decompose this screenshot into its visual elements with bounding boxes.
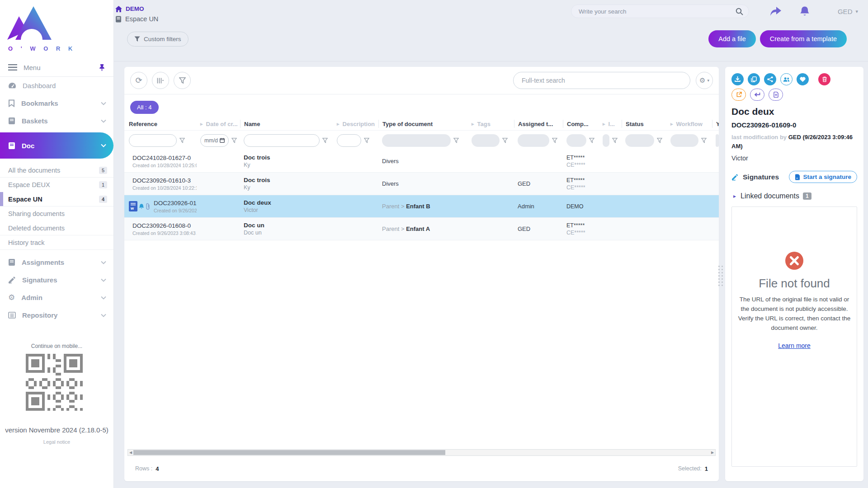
return-button[interactable] bbox=[750, 89, 764, 101]
filter-reference-input[interactable] bbox=[129, 134, 177, 147]
notifications-bell-icon[interactable] bbox=[800, 6, 810, 17]
funnel-icon[interactable] bbox=[179, 138, 185, 143]
share-button[interactable] bbox=[764, 73, 776, 85]
linked-documents-toggle[interactable]: ▸ Linked documents 1 bbox=[731, 192, 857, 200]
sidebar-item-baskets[interactable]: Baskets bbox=[0, 112, 113, 130]
sidebar-item-signatures[interactable]: Signatures bbox=[0, 271, 113, 289]
row-assigned: Admin bbox=[514, 203, 563, 210]
table-row[interactable]: DOC230926-01608-0Created on 9/26/2023 3:… bbox=[124, 218, 719, 240]
hamburger-icon[interactable] bbox=[8, 64, 17, 70]
dashboard-icon bbox=[8, 82, 16, 89]
filter-button[interactable] bbox=[174, 72, 191, 89]
create-from-template-button[interactable]: Create from a template bbox=[760, 30, 847, 47]
delete-button[interactable] bbox=[818, 73, 830, 85]
open-external-button[interactable] bbox=[731, 89, 746, 101]
sidebar-subitem-deleted-documents[interactable]: Deleted documents bbox=[0, 221, 113, 235]
start-signature-button[interactable]: Start a signature bbox=[789, 171, 857, 183]
scrollbar-thumb[interactable] bbox=[133, 450, 445, 455]
filter-name-input[interactable] bbox=[244, 134, 320, 147]
legal-notice-link[interactable]: Legal notice bbox=[0, 439, 113, 445]
funnel-icon[interactable] bbox=[589, 138, 594, 143]
funnel-icon[interactable] bbox=[231, 138, 237, 143]
filter-date-input[interactable]: mm/d bbox=[200, 134, 229, 147]
tab-all[interactable]: All : 4 bbox=[130, 101, 159, 114]
sidebar-item-bookmarks[interactable]: Bookmarks bbox=[0, 94, 113, 112]
column-header-i[interactable]: ▸I... bbox=[599, 121, 622, 127]
column-header-name[interactable]: Name bbox=[240, 120, 333, 128]
download-button[interactable] bbox=[731, 73, 744, 85]
fulltext-search-input[interactable] bbox=[513, 72, 690, 89]
chevron-down-icon bbox=[101, 102, 106, 105]
learn-more-link[interactable]: Learn more bbox=[778, 342, 811, 349]
favorite-button[interactable] bbox=[797, 73, 809, 85]
breadcrumb-space[interactable]: Espace UN bbox=[115, 15, 158, 23]
columns-button[interactable] bbox=[152, 72, 169, 89]
user-menu[interactable]: GED ▾ bbox=[838, 8, 858, 15]
funnel-icon[interactable] bbox=[701, 138, 707, 143]
search-icon[interactable] bbox=[736, 8, 743, 15]
row-reference: DOC230926-01610-3 bbox=[132, 177, 197, 184]
row-reference: DOC241028-01627-0 bbox=[132, 155, 197, 161]
pin-icon[interactable] bbox=[99, 64, 105, 71]
documents-panel: ⟳ ⚙ ▾ All : 4 Reference ▸Date of cr... N… bbox=[124, 67, 719, 481]
word-file-icon: w bbox=[129, 201, 137, 211]
table-row-selected[interactable]: w DOC230926-01609-0Created on 9/26/2023 … bbox=[124, 195, 719, 218]
sidebar-subitem-sharing-documents[interactable]: Sharing documents bbox=[0, 206, 113, 221]
sidebar-subitem-history-track[interactable]: History track bbox=[0, 235, 113, 250]
sidebar-item-assignments[interactable]: Assignments bbox=[0, 253, 113, 271]
sidebar-subitem-espace-deux[interactable]: Espace DEUX 1 bbox=[0, 178, 113, 192]
column-header-tags[interactable]: ▸Tags bbox=[468, 121, 514, 127]
funnel-icon[interactable] bbox=[502, 138, 508, 143]
copy-button[interactable] bbox=[748, 73, 760, 85]
funnel-icon[interactable] bbox=[364, 138, 369, 143]
scroll-left-icon[interactable]: ◀ bbox=[128, 450, 133, 455]
sidebar-item-repository[interactable]: Repository bbox=[0, 306, 113, 324]
column-header-reference[interactable]: Reference bbox=[128, 121, 197, 127]
add-file-button[interactable]: Add a file bbox=[708, 30, 755, 47]
horizontal-scrollbar[interactable]: ◀ ▶ bbox=[127, 449, 716, 456]
funnel-icon[interactable] bbox=[552, 138, 557, 143]
linked-documents-label: Linked documents bbox=[741, 192, 799, 200]
user-menu-label: GED bbox=[838, 8, 853, 15]
column-header-assigned[interactable]: Assigned t... bbox=[514, 120, 563, 128]
menu-header: Menu bbox=[0, 58, 113, 76]
funnel-icon[interactable] bbox=[453, 138, 459, 143]
scroll-right-icon[interactable]: ▶ bbox=[710, 450, 715, 455]
funnel-icon[interactable] bbox=[322, 138, 328, 143]
refresh-button[interactable]: ⟳ bbox=[130, 72, 147, 89]
table-settings-button[interactable]: ⚙ ▾ bbox=[696, 72, 713, 89]
table-row[interactable]: DOC230926-01610-3Created on 10/28/2024 1… bbox=[124, 173, 719, 195]
sidebar-subitem-espace-un[interactable]: Espace UN 4 bbox=[0, 192, 113, 206]
column-header-y[interactable]: Y bbox=[712, 120, 719, 128]
table-row[interactable]: DOC241028-01627-0Created on 10/28/2024 1… bbox=[124, 150, 719, 173]
linked-documents-count: 1 bbox=[803, 192, 811, 200]
row-company: ET***** bbox=[566, 155, 585, 161]
funnel-icon[interactable] bbox=[612, 138, 618, 143]
sidebar-item-dashboard[interactable]: Dashboard bbox=[0, 77, 113, 94]
breadcrumb-home[interactable]: DEMO bbox=[115, 5, 158, 12]
sidebar-item-admin[interactable]: ⚙ Admin bbox=[0, 289, 113, 306]
filter-tags-disabled bbox=[472, 134, 500, 147]
detail-description: Victor bbox=[731, 155, 857, 162]
panel-resize-handle[interactable] bbox=[718, 266, 723, 286]
forward-share-icon[interactable] bbox=[770, 6, 782, 16]
filter-description-input[interactable] bbox=[337, 134, 361, 147]
users-button[interactable] bbox=[780, 73, 793, 85]
chevron-down-icon bbox=[101, 261, 106, 264]
sidebar-item-label: Assignments bbox=[22, 258, 64, 266]
column-header-status[interactable]: Status bbox=[622, 120, 667, 128]
custom-filters-button[interactable]: Custom filters bbox=[127, 32, 189, 47]
sidebar-item-doc-active[interactable]: Doc bbox=[0, 132, 113, 159]
sidebar-item-label: Doc bbox=[22, 142, 34, 150]
column-header-workflow[interactable]: ▸Workflow bbox=[667, 121, 712, 127]
sidebar-subitem-all-documents[interactable]: All the documents 5 bbox=[0, 163, 113, 178]
column-header-description[interactable]: ▸Description bbox=[333, 121, 378, 127]
column-header-company[interactable]: Comp... bbox=[563, 120, 599, 128]
column-header-date[interactable]: ▸Date of cr... bbox=[197, 121, 240, 127]
global-search-input[interactable] bbox=[579, 8, 736, 15]
app-logo: O ' W O R K bbox=[0, 0, 113, 52]
funnel-icon[interactable] bbox=[657, 138, 662, 143]
column-header-type[interactable]: Type of document bbox=[378, 120, 468, 128]
row-type: Enfant A bbox=[406, 225, 430, 232]
document-preview-button[interactable] bbox=[769, 89, 783, 101]
